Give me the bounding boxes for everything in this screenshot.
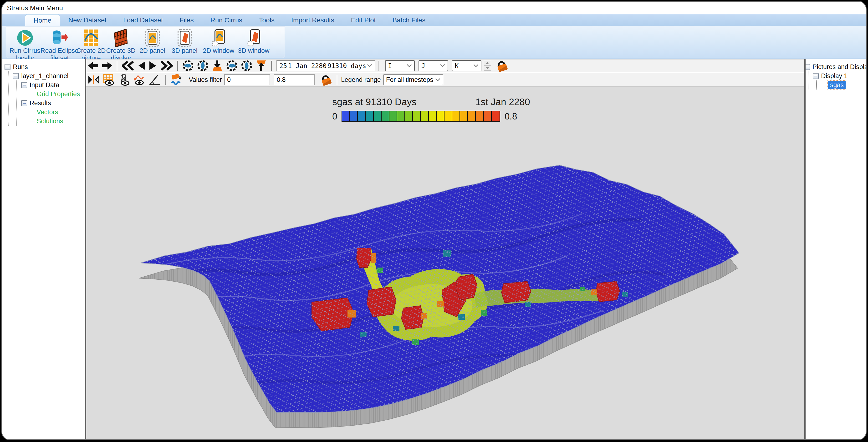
legend-color-cell <box>405 111 413 122</box>
values-filter-label: Values filter <box>189 76 222 83</box>
collapse-icon[interactable] <box>4 64 10 70</box>
displays-tree-panel: Pictures and Displays Display 1 sgas <box>806 59 866 439</box>
right-splitter[interactable] <box>804 59 806 439</box>
legend-color-cell <box>460 111 468 122</box>
tab-run-cirrus[interactable]: Run Cirrus <box>202 14 251 26</box>
run-cirrus-icon <box>17 29 34 47</box>
time-navigation-toolbar: 25 1 Jan 2280 91310 days I J K <box>86 59 804 73</box>
timestep-days: 91310 days <box>328 62 366 69</box>
tree-item-results[interactable]: Results <box>21 99 84 108</box>
lock-icon[interactable] <box>319 73 334 86</box>
grid-visibility-icon[interactable] <box>101 73 116 86</box>
terrain-3d-view[interactable] <box>86 87 804 439</box>
chevron-down-icon <box>440 64 445 67</box>
main-window: Stratus Main Menu Home New Dataset Load … <box>1 1 867 440</box>
runs-tree-panel: Runs layer_1_channel Input Data Grid P <box>2 59 85 439</box>
chevron-down-icon <box>473 64 478 67</box>
collapse-icon[interactable] <box>21 100 27 106</box>
legend-color-cell <box>476 111 484 122</box>
tab-new-dataset[interactable]: New Dataset <box>60 14 115 26</box>
rotate-left-icon[interactable] <box>181 59 195 72</box>
skip-first-icon[interactable] <box>120 59 136 72</box>
next-step-icon[interactable] <box>147 59 159 72</box>
create-2d-picture-button[interactable]: Create 2Dpicture <box>77 29 105 62</box>
values-filter-min-input[interactable] <box>224 74 270 85</box>
tree-item-grid-properties[interactable]: Grid Properties <box>30 90 84 99</box>
tab-load-dataset[interactable]: Load Dataset <box>115 14 172 26</box>
collapse-icon[interactable] <box>813 73 819 79</box>
chevron-down-icon <box>407 64 412 67</box>
legend-color-cell <box>413 111 421 122</box>
tab-home[interactable]: Home <box>25 14 60 26</box>
2d-panel-button[interactable]: 2D panel <box>136 29 168 55</box>
layer-spinner <box>484 61 491 71</box>
display-filter-toolbar: Values filter Legend range For al <box>86 73 804 87</box>
rotate-right-icon[interactable] <box>224 59 239 72</box>
tab-edit-plot[interactable]: Edit Plot <box>342 14 384 26</box>
back-icon[interactable] <box>86 59 100 72</box>
3d-panel-button[interactable]: 3D panel <box>168 29 201 55</box>
tree-item-pictures-and-displays[interactable]: Pictures and Displays <box>806 62 865 71</box>
tab-import-results[interactable]: Import Results <box>283 14 343 26</box>
legend-color-cell <box>468 111 476 122</box>
legend-color-cell <box>342 111 350 122</box>
spin-up-icon[interactable] <box>484 61 491 66</box>
tab-files[interactable]: Files <box>172 14 202 26</box>
3d-window-button[interactable]: 3D window <box>237 29 271 55</box>
rotate-down-icon[interactable] <box>195 59 210 72</box>
values-filter-max-input[interactable] <box>274 74 315 85</box>
legend-color-cell <box>381 111 390 122</box>
legend-color-cell <box>492 111 500 122</box>
prev-step-icon[interactable] <box>136 59 147 72</box>
flip-icon[interactable] <box>86 73 101 86</box>
legend-color-cell <box>366 111 374 122</box>
ribbon: Run Cirruslocally Read Eclipsefile set <box>2 26 866 59</box>
legend-range-label: Legend range <box>341 76 381 83</box>
timestep-selector[interactable]: 25 1 Jan 2280 91310 days <box>276 60 375 71</box>
wells-visibility-icon[interactable] <box>116 73 131 86</box>
axis-i-combo[interactable]: I <box>385 60 415 71</box>
run-cirrus-locally-button[interactable]: Run Cirruslocally <box>8 29 42 62</box>
import-down-icon[interactable] <box>210 59 224 72</box>
database-arrow-icon <box>51 29 69 47</box>
tree-item-vectors[interactable]: Vectors <box>30 108 84 116</box>
tree-item-solutions[interactable]: Solutions <box>30 116 84 126</box>
stratus-app: Stratus Main Menu Home New Dataset Load … <box>0 0 868 442</box>
tab-batch-files[interactable]: Batch Files <box>384 14 434 26</box>
export-up-icon[interactable] <box>254 59 268 72</box>
main-area: 25 1 Jan 2280 91310 days I J K <box>86 59 804 439</box>
legend-color-cell <box>358 111 366 122</box>
tree-item-input-data[interactable]: Input Data <box>21 80 84 90</box>
spin-down-icon[interactable] <box>484 66 491 71</box>
rotate-up-icon[interactable] <box>239 59 254 72</box>
skip-last-icon[interactable] <box>159 59 175 72</box>
forward-icon[interactable] <box>100 59 114 72</box>
legend-title: sgas at 91310 Days <box>332 97 416 107</box>
legend-date: 1st Jan 2280 <box>475 97 530 107</box>
axis-k-combo[interactable]: K <box>452 60 482 71</box>
chevron-down-icon <box>435 78 440 81</box>
legend-range-select[interactable]: For all timesteps <box>383 74 443 85</box>
read-eclipse-file-set-button[interactable]: Read Eclipsefile set <box>42 29 77 62</box>
legend-colorbar <box>342 111 500 122</box>
timestep-date: 1 Jan 2280 <box>288 62 327 69</box>
cells-filter-icon[interactable] <box>169 73 184 86</box>
lock-icon[interactable] <box>494 59 510 72</box>
2d-window-button[interactable]: 2D window <box>201 29 237 55</box>
vectors-visibility-icon[interactable] <box>131 73 147 86</box>
tree-item-sgas[interactable]: sgas <box>821 80 865 90</box>
title-bar: Stratus Main Menu <box>2 2 866 14</box>
panel-2d-icon <box>145 29 160 47</box>
angle-icon[interactable] <box>147 73 162 86</box>
window-2d-icon <box>211 29 226 47</box>
create-3d-display-button[interactable]: Create 3Ddisplay <box>105 29 136 62</box>
collapse-icon[interactable] <box>13 73 19 79</box>
collapse-icon[interactable] <box>21 82 27 88</box>
axis-j-combo[interactable]: J <box>418 60 448 71</box>
tree-item-runs[interactable]: Runs <box>4 62 84 71</box>
tree-item-display-1[interactable]: Display 1 <box>813 71 865 80</box>
viewport-3d[interactable]: sgas at 91310 Days 1st Jan 2280 0 0.8 <box>86 87 804 439</box>
tree-item-layer-1-channel[interactable]: layer_1_channel <box>13 71 84 80</box>
collapse-icon[interactable] <box>806 64 810 70</box>
tab-tools[interactable]: Tools <box>251 14 283 26</box>
